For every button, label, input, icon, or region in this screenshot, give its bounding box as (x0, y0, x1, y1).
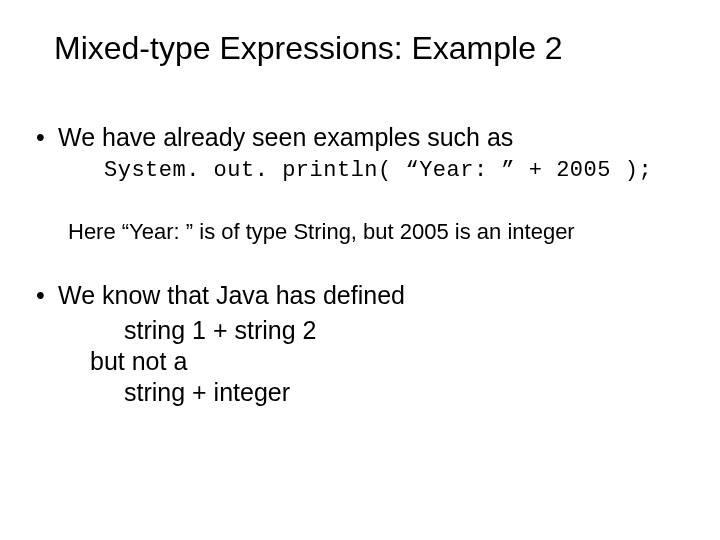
bullet-dot-icon: • (30, 281, 58, 310)
slide-title: Mixed-type Expressions: Example 2 (54, 30, 690, 67)
explanation-text: Here “Year: ” is of type String, but 200… (68, 219, 690, 245)
sub-line-1: string 1 + string 2 (124, 316, 690, 345)
sub-line-3: string + integer (124, 378, 690, 407)
code-sample: System. out. println( “Year: ” + 2005 ); (104, 158, 690, 183)
bullet-item-1: • We have already seen examples such as (30, 123, 690, 152)
bullet-text: We have already seen examples such as (58, 123, 690, 152)
sub-line-2: but not a (90, 347, 690, 376)
bullet-row: • We know that Java has defined (30, 281, 690, 310)
bullet-dot-icon: • (30, 123, 58, 152)
bullet-row: • We have already seen examples such as (30, 123, 690, 152)
bullet-text: We know that Java has defined (58, 281, 690, 310)
bullet-item-2: • We know that Java has defined (30, 281, 690, 310)
